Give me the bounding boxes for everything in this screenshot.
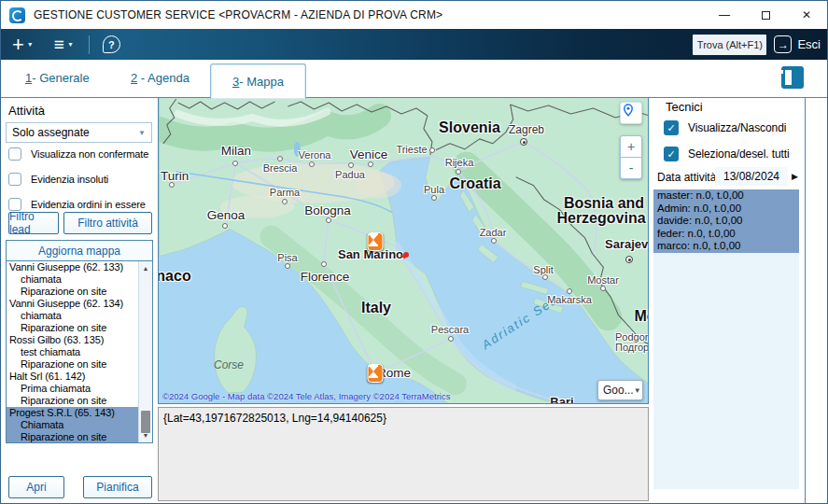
tab-generale[interactable]: 1- Generale (25, 71, 90, 85)
technician-row[interactable]: Admin: n.0, t.0,00 (653, 203, 799, 216)
list-item[interactable]: Halt Srl (61. 142) (7, 371, 138, 383)
new-item-button[interactable]: + ▼ (12, 35, 34, 54)
map-canvas[interactable]: TurinMilanBresciaVeronaVenicePaduaTriest… (158, 96, 649, 404)
tab-agenda[interactable]: 2 - Agenda (131, 71, 189, 85)
map-city-label: Zagreb (509, 123, 544, 136)
apri-button[interactable]: Apri (8, 476, 64, 498)
maximize-icon (762, 11, 770, 20)
list-item[interactable]: Vanni Giuseppe (62. 133) (7, 261, 138, 273)
menu-button[interactable]: ≡ ▼ (54, 35, 74, 55)
list-item[interactable]: Riparazione on site (7, 286, 138, 298)
locate-button[interactable] (620, 102, 642, 124)
map-country-label: Mo (634, 308, 649, 325)
zoom-out-button[interactable]: - (621, 158, 641, 178)
hourglass-icon (369, 233, 379, 246)
map-city-label: Pula (424, 184, 444, 195)
list-item[interactable]: Riparazione on site (7, 395, 138, 407)
list-item[interactable]: Riparazione on site (7, 431, 138, 442)
pianifica-button[interactable]: Pianifica (83, 476, 152, 498)
technician-row[interactable]: marco: n.0, t.0,00 (653, 240, 799, 253)
scroll-up-icon[interactable]: ▲ (139, 262, 152, 274)
toolbar-separator (89, 35, 90, 54)
hourglass-marker[interactable] (368, 364, 384, 383)
plus-icon: + (12, 35, 24, 54)
map-country-label: naco (158, 268, 191, 285)
activity-checkbox-row: Visualizza non confermate (8, 147, 148, 161)
island-label: Corse (214, 358, 244, 371)
exit-icon: → (774, 35, 792, 53)
map-country-label: Italy (361, 300, 391, 316)
location-pin-icon (621, 103, 636, 118)
activity-checkbox[interactable] (8, 147, 21, 161)
scroll-down-icon[interactable]: ▼ (139, 429, 152, 441)
checkbox-label: Seleziona/desel. tutti (688, 147, 790, 161)
activity-checkbox-row: Evidenzia insoluti (8, 173, 148, 186)
map-city-label: Sarajev (605, 237, 648, 251)
help-button[interactable]: ? (103, 35, 120, 53)
city-dot (309, 161, 315, 167)
technician-row[interactable]: feder: n.0, t.0,00 (653, 228, 799, 241)
city-dot (600, 286, 606, 291)
map-city-label: Makarska (547, 294, 592, 305)
list-item[interactable]: Prima chiamata (7, 383, 138, 395)
capital-dot (625, 256, 633, 263)
chevron-down-icon: ▼ (634, 386, 641, 395)
map-city-label: Padua (335, 169, 365, 180)
tabbar: 1- Generale2 - Agenda3 - Mappa (1, 60, 827, 98)
chevron-down-icon: ▼ (27, 35, 34, 54)
activity-checkbox[interactable] (8, 173, 21, 186)
list-item[interactable]: Vanni Giuseppe (62. 134) (7, 298, 138, 310)
scrollbar[interactable]: ▲ ▼ (138, 261, 152, 442)
technician-row[interactable]: master: n.0, t.0,00 (653, 189, 799, 203)
activity-checkbox[interactable] (8, 198, 21, 211)
close-button[interactable]: ✕ (786, 1, 827, 29)
technician-checkbox[interactable]: ✓ (664, 147, 679, 161)
technician-checkbox-row: ✓Visualizza/Nascondi (664, 120, 790, 135)
layer-dropdown-value: Goo... (603, 384, 634, 397)
map-layer-dropdown[interactable]: Goo... ▼ (597, 380, 643, 400)
aggiorna-mappa-button[interactable]: Aggiorna mappa (7, 241, 152, 261)
activity-listbox: Aggiorna mappa Vanni Giuseppe (62. 133)c… (6, 240, 153, 443)
map-city-label: Verona (299, 149, 331, 161)
filtro-attivita-button[interactable]: Filtro attività (63, 212, 152, 234)
list-item[interactable]: chiamata (7, 310, 138, 322)
technician-row[interactable]: davide: n.0, t.0,00 (653, 215, 799, 228)
activity-checkbox-row: Evidenzia ordini in essere (8, 198, 148, 211)
map-city-label: Florence (301, 270, 350, 284)
minimize-icon: — (719, 8, 730, 21)
list-item[interactable]: Rossi Gilbo (63. 135) (7, 334, 138, 346)
map-city-label: Trieste (396, 144, 427, 155)
maximize-button[interactable] (745, 1, 786, 29)
list-item[interactable]: test chiamata (7, 346, 138, 358)
activity-date-field[interactable]: 13/08/2024 (715, 167, 788, 186)
hamburger-icon: ≡ (54, 35, 64, 55)
map-attribution: ©2024 Google - Map data ©2024 Tele Atlas… (162, 391, 450, 401)
hourglass-marker[interactable] (368, 232, 384, 251)
panel-toggle-icon[interactable] (781, 66, 804, 89)
city-dot (321, 261, 327, 267)
list-item[interactable]: Chiamata (7, 419, 138, 431)
list-item[interactable]: Progest S.R.L (65. 143) (7, 407, 138, 419)
filtro-lead-button[interactable]: Filtro lead (8, 212, 59, 234)
zoom-in-button[interactable]: + (621, 136, 641, 158)
city-dot (326, 217, 331, 223)
list-item[interactable]: Riparazione on site (7, 322, 138, 334)
map-city-label: Venice (350, 147, 388, 161)
checkbox-label: Evidenzia ordini in essere (31, 199, 146, 210)
exit-button[interactable]: → Esci (774, 35, 822, 53)
list-item[interactable]: Riparazione on site (7, 358, 138, 371)
activity-filter-dropdown[interactable]: Solo assegnate ▼ (6, 122, 152, 143)
tab-number: 3 (232, 75, 239, 89)
tab-mappa[interactable]: 3 - Mappa (210, 63, 306, 99)
city-dot (222, 223, 228, 229)
date-next-icon[interactable]: ▶ (792, 172, 798, 181)
list-item[interactable]: chiamata (7, 273, 138, 286)
find-button[interactable]: Trova (Alt+F1) (693, 35, 766, 55)
toolbar: + ▼ ≡ ▼ ? Trova (Alt+F1) → Esci (1, 29, 827, 60)
minimize-button[interactable]: — (704, 1, 745, 29)
window-controls: — ✕ (704, 1, 827, 29)
map-city-label: Split (533, 264, 553, 275)
technician-checkbox[interactable]: ✓ (664, 120, 679, 135)
small-red-marker[interactable] (403, 252, 409, 258)
city-dot (285, 263, 290, 269)
